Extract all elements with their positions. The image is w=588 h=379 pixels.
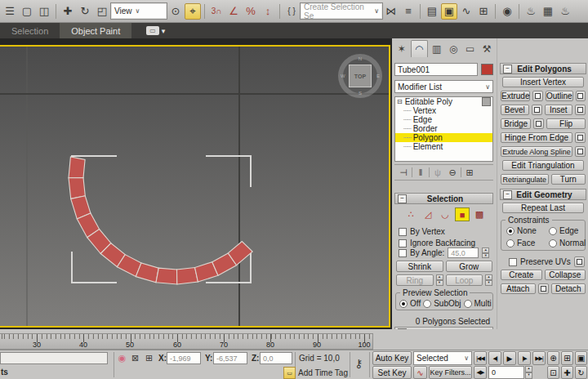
- curve-editor-icon[interactable]: ∿: [458, 3, 474, 20]
- bridge-settings-icon[interactable]: [533, 118, 544, 129]
- select-and-rotate-icon[interactable]: ↻: [77, 3, 93, 20]
- insert-vertex-button[interactable]: Insert Vertex: [502, 77, 584, 87]
- extrude-along-spline-button[interactable]: Extrude Along Spline: [501, 146, 572, 157]
- edit-geometry-rollout-header[interactable]: − Edit Geometry: [500, 189, 586, 200]
- render-setup-icon[interactable]: ♨: [523, 3, 539, 20]
- by-angle-checkbox[interactable]: [399, 249, 407, 257]
- extrude-along-spline-settings-icon[interactable]: [575, 146, 586, 157]
- viewcube[interactable]: TOP N S W E: [338, 54, 382, 98]
- attach-settings-icon[interactable]: [538, 283, 549, 294]
- graphite-ribbon-toggle-icon[interactable]: ▣: [441, 3, 457, 20]
- rectangular-selection-region-icon[interactable]: ▢: [19, 3, 35, 20]
- edge-subobject-icon[interactable]: ◿: [421, 207, 435, 221]
- preview-off-option[interactable]: Off: [399, 299, 421, 308]
- select-and-manipulate-icon[interactable]: ⌖: [185, 3, 201, 20]
- zoom-viewport-icon[interactable]: ⊕: [547, 351, 559, 365]
- time-tag-icon[interactable]: ▭: [283, 367, 296, 379]
- repeat-last-button[interactable]: Repeat Last: [502, 203, 584, 213]
- ignore-backfacing-checkbox[interactable]: [399, 239, 407, 247]
- bridge-button[interactable]: Bridge: [501, 118, 531, 129]
- stack-subobject-item[interactable]: ┄┄ Border: [395, 124, 492, 133]
- key-mode-toggle-button[interactable]: ◀▶: [474, 366, 487, 379]
- by-angle-spinner[interactable]: ▲▼: [482, 247, 489, 258]
- percent-snap-icon[interactable]: %: [243, 3, 259, 20]
- collapse-button[interactable]: Collapse: [545, 270, 586, 280]
- rendered-frame-window-icon[interactable]: ▦: [540, 3, 556, 20]
- previous-frame-button[interactable]: ◀|: [488, 351, 501, 365]
- constraint-none-option[interactable]: None: [506, 226, 537, 235]
- stack-subobject-item[interactable]: ┄┄ Vertex: [395, 106, 492, 115]
- border-subobject-icon[interactable]: ◡: [438, 207, 452, 221]
- go-to-start-button[interactable]: |◀◀: [474, 351, 487, 365]
- preview-multi-radio[interactable]: [464, 300, 472, 308]
- pan-icon[interactable]: ✚: [561, 366, 573, 379]
- retriangulate-button[interactable]: Retriangulate: [501, 174, 549, 185]
- hinge-settings-icon[interactable]: [575, 132, 586, 143]
- reference-coordinate-dropdown[interactable]: View ∨: [111, 3, 167, 19]
- stack-subobject-item[interactable]: ┄┄ Polygon: [395, 133, 492, 142]
- inset-settings-icon[interactable]: [575, 105, 586, 115]
- select-and-scale-icon[interactable]: ◰: [94, 3, 110, 20]
- stack-item-editable-poly[interactable]: ⊟ Editable Poly: [395, 97, 492, 106]
- configure-modifier-sets-icon[interactable]: ⊞: [463, 167, 476, 178]
- constraint-face-option[interactable]: Face: [506, 239, 535, 247]
- create-button[interactable]: Create: [501, 270, 542, 280]
- tube-polygon-segment[interactable]: [177, 268, 198, 285]
- turn-button[interactable]: Turn: [551, 174, 586, 185]
- maxscript-mini-listener[interactable]: [0, 352, 108, 364]
- selection-lock-icon[interactable]: ⊠: [129, 352, 141, 363]
- current-frame-field[interactable]: 0: [488, 366, 524, 379]
- preview-off-radio[interactable]: [399, 300, 408, 308]
- key-filters-button[interactable]: Key Filters...: [429, 366, 472, 379]
- y-coordinate-field[interactable]: -6,537: [213, 352, 247, 364]
- polygon-subobject-icon[interactable]: ■: [455, 207, 470, 221]
- stack-subobject-item[interactable]: ┄┄ Edge: [395, 115, 492, 124]
- grow-button[interactable]: Grow: [446, 261, 493, 272]
- collapse-minus-icon[interactable]: ⊟: [397, 97, 403, 106]
- named-selection-set-combo[interactable]: Create Selection Se ∨: [301, 3, 382, 19]
- extrude-settings-icon[interactable]: [532, 91, 542, 101]
- pin-icon[interactable]: ◉: [116, 352, 128, 363]
- attach-button[interactable]: Attach: [501, 283, 536, 294]
- zoom-all-icon[interactable]: ⊞: [561, 351, 573, 365]
- preserve-uvs-settings-icon[interactable]: [574, 256, 585, 267]
- show-end-result-icon[interactable]: ‖: [414, 167, 427, 178]
- constraint-normal-option[interactable]: Normal: [549, 239, 586, 247]
- schematic-view-icon[interactable]: ⊞: [475, 3, 492, 20]
- spinner-snap-icon[interactable]: ↕: [260, 3, 276, 20]
- frame-spinner[interactable]: ▲▼: [525, 366, 532, 379]
- shrink-button[interactable]: Shrink: [396, 261, 443, 272]
- angle-snap-icon[interactable]: ∠: [225, 3, 242, 20]
- preview-subobj-option[interactable]: SubObj: [423, 299, 461, 308]
- selection-rollout-header[interactable]: − Selection: [394, 193, 493, 204]
- preview-subobj-radio[interactable]: [423, 300, 431, 308]
- window-crossing-icon[interactable]: ◫: [36, 3, 52, 20]
- preserve-uvs-checkbox[interactable]: [509, 258, 517, 266]
- display-tab-icon[interactable]: ▭: [462, 40, 479, 57]
- modify-tab-icon[interactable]: ◠: [411, 40, 429, 57]
- remove-modifier-icon[interactable]: ⊖: [446, 167, 459, 178]
- default-in-out-tangents-icon[interactable]: ∿: [413, 366, 427, 379]
- vertex-subobject-icon[interactable]: ∴: [403, 207, 418, 221]
- utilities-tab-icon[interactable]: ⚒: [479, 40, 496, 57]
- tube-polygon-segment[interactable]: [156, 268, 177, 284]
- by-vertex-checkbox[interactable]: [399, 228, 407, 236]
- orbit-icon[interactable]: ↻: [575, 366, 587, 379]
- auto-key-button[interactable]: Auto Key: [372, 351, 412, 365]
- hierarchy-tab-icon[interactable]: ▥: [429, 40, 445, 57]
- constraint-face-radio[interactable]: [506, 239, 514, 247]
- constraint-edge-radio[interactable]: [549, 227, 557, 235]
- material-editor-icon[interactable]: ◉: [499, 3, 515, 20]
- loop-spinner[interactable]: ▲▼: [485, 274, 492, 286]
- outline-button[interactable]: Outline: [546, 91, 573, 101]
- render-production-icon[interactable]: ♨: [557, 3, 573, 20]
- align-icon[interactable]: ≡: [400, 3, 416, 20]
- object-name-field[interactable]: Tube001: [394, 63, 478, 76]
- use-pivot-center-icon[interactable]: ⊙: [167, 3, 184, 20]
- tube-polygon-segment[interactable]: [69, 157, 85, 178]
- viewport-canvas[interactable]: TOP N S W E: [0, 45, 390, 328]
- motion-tab-icon[interactable]: ◎: [446, 40, 462, 57]
- edit-polygons-rollout-header[interactable]: − Edit Polygons: [500, 63, 586, 74]
- tab-object-paint[interactable]: Object Paint: [60, 23, 131, 38]
- tab-selection[interactable]: Selection: [0, 23, 60, 38]
